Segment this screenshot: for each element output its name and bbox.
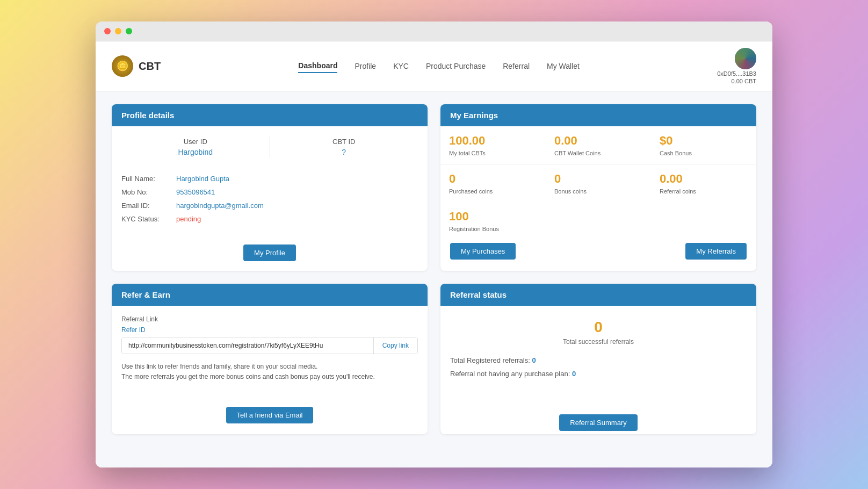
my-purchases-button[interactable]: My Purchases xyxy=(450,243,516,260)
no-plan-stat: Referral not having any purchase plan: 0 xyxy=(450,370,747,378)
referral-status-title: Referral status xyxy=(450,290,507,299)
refer-earn-body: Referral Link Refer ID Copy link Use thi… xyxy=(112,306,428,400)
referral-status-footer: Referral Summary xyxy=(440,414,756,434)
referral-status-header: Referral status xyxy=(440,284,756,306)
copy-link-button[interactable]: Copy link xyxy=(373,337,417,354)
total-referrals-value: 0 xyxy=(450,319,747,336)
refer-earn-header: Refer & Earn xyxy=(112,284,428,306)
refer-earn-footer: Tell a friend via Email xyxy=(112,400,428,433)
close-button[interactable] xyxy=(104,28,111,34)
earnings-wallet-coins-label: CBT Wallet Coins xyxy=(554,150,642,156)
earnings-referral-coins-value: 0.00 xyxy=(660,172,748,186)
my-earnings-header: My Earnings xyxy=(440,104,756,126)
earnings-referral-coins-label: Referral coins xyxy=(660,188,748,195)
earnings-total-cbts-label: My total CBTs xyxy=(449,150,537,156)
referral-status-body: 0 Total successful referrals Total Regis… xyxy=(440,306,756,393)
user-avatar[interactable] xyxy=(735,48,756,69)
earnings-total-cbts-value: 100.00 xyxy=(449,134,537,148)
main-nav: Dashboard Profile KYC Product Purchase R… xyxy=(298,59,580,73)
cbt-id-section: CBT ID ? xyxy=(270,138,418,156)
earnings-referral-coins: 0.00 Referral coins xyxy=(651,164,756,202)
my-referrals-button[interactable]: My Referrals xyxy=(685,243,747,260)
field-fullname-label: Full Name: xyxy=(121,175,170,183)
total-registered-label: Total Registered referrals: xyxy=(450,356,530,364)
profile-details-header: Profile details xyxy=(112,104,428,126)
field-email-label: Email ID: xyxy=(121,202,170,210)
referral-status-card: Referral status 0 Total successful refer… xyxy=(440,284,756,434)
nav-product-purchase[interactable]: Product Purchase xyxy=(426,60,486,73)
maximize-button[interactable] xyxy=(126,28,132,34)
user-address: 0xD0f5....31B3 xyxy=(717,70,756,77)
profile-details-title: Profile details xyxy=(121,111,174,120)
earnings-reg-label: Registration Bonus xyxy=(449,226,748,232)
header: 🪙 CBT Dashboard Profile KYC Product Purc… xyxy=(96,41,772,91)
bottom-row: Refer & Earn Referral Link Refer ID Copy… xyxy=(112,284,756,434)
refer-earn-card: Refer & Earn Referral Link Refer ID Copy… xyxy=(112,284,428,434)
nav-kyc[interactable]: KYC xyxy=(393,60,409,73)
user-area: 0xD0f5....31B3 0.00 CBT xyxy=(717,48,756,84)
refer-info-line1: Use this link to refer friends and famil… xyxy=(121,362,418,372)
earnings-bonus-coins-label: Bonus coins xyxy=(554,188,642,195)
field-mobile-label: Mob No: xyxy=(121,188,170,196)
logo-area: 🪙 CBT xyxy=(112,55,161,77)
user-id-value: Hargobind xyxy=(121,148,270,156)
field-fullname: Full Name: Hargobind Gupta xyxy=(121,175,418,183)
earnings-wallet-coins: 0.00 CBT Wallet Coins xyxy=(546,126,651,164)
main-content: Profile details User ID Hargobind CBT ID xyxy=(96,91,772,468)
earnings-wallet-coins-value: 0.00 xyxy=(554,134,642,148)
refer-earn-title: Refer & Earn xyxy=(121,290,170,299)
my-earnings-title: My Earnings xyxy=(450,111,498,120)
earnings-purchased-coins-label: Purchased coins xyxy=(449,188,537,195)
user-ids-section: User ID Hargobind CBT ID ? xyxy=(121,136,418,165)
my-earnings-body: 100.00 My total CBTs 0.00 CBT Wallet Coi… xyxy=(440,126,756,234)
logo-text: CBT xyxy=(139,60,161,73)
browser-content: 🪙 CBT Dashboard Profile KYC Product Purc… xyxy=(96,41,772,468)
browser-window: 🪙 CBT Dashboard Profile KYC Product Purc… xyxy=(96,21,772,468)
earnings-cash-bonus: $0 Cash Bonus xyxy=(651,126,756,164)
profile-card-footer: My Profile xyxy=(112,238,428,271)
field-kyc-value: pending xyxy=(176,215,201,223)
field-mobile-value: 9535096541 xyxy=(176,188,215,196)
nav-referral[interactable]: Referral xyxy=(503,60,530,73)
avatar-globe-icon xyxy=(735,48,756,69)
earnings-bonus-coins: 0 Bonus coins xyxy=(546,164,651,202)
referral-link-input[interactable] xyxy=(122,337,373,354)
referral-link-label: Referral Link xyxy=(121,315,418,323)
earnings-grid: 100.00 My total CBTs 0.00 CBT Wallet Coi… xyxy=(440,126,756,202)
total-referrals: 0 Total successful referrals xyxy=(450,319,747,346)
cbt-id-label: CBT ID xyxy=(270,138,418,146)
nav-profile[interactable]: Profile xyxy=(355,60,376,73)
referral-link-box: Copy link xyxy=(121,337,418,354)
field-email: Email ID: hargobindgupta@gmail.com xyxy=(121,202,418,210)
nav-my-wallet[interactable]: My Wallet xyxy=(547,60,580,73)
earnings-cash-bonus-label: Cash Bonus xyxy=(660,150,748,156)
my-profile-button[interactable]: My Profile xyxy=(243,244,296,261)
top-row: Profile details User ID Hargobind CBT ID xyxy=(112,104,756,271)
browser-chrome xyxy=(96,21,772,41)
field-email-value: hargobindgupta@gmail.com xyxy=(176,202,264,210)
minimize-button[interactable] xyxy=(115,28,121,34)
logo-icon: 🪙 xyxy=(112,55,133,77)
earnings-card-footer: My Purchases My Referrals xyxy=(440,234,756,269)
field-mobile: Mob No: 9535096541 xyxy=(121,188,418,196)
user-balance: 0.00 CBT xyxy=(732,78,756,84)
no-plan-label: Referral not having any purchase plan: xyxy=(450,370,570,378)
earnings-registration: 100 Registration Bonus xyxy=(440,202,756,234)
earnings-cash-bonus-value: $0 xyxy=(660,134,748,148)
total-referrals-label: Total successful referrals xyxy=(450,338,747,346)
earnings-reg-value: 100 xyxy=(449,210,748,224)
referral-summary-button[interactable]: Referral Summary xyxy=(559,414,637,431)
tell-friend-button[interactable]: Tell a friend via Email xyxy=(226,407,314,423)
field-fullname-value: Hargobind Gupta xyxy=(176,175,229,183)
refer-info-line2: The more referrals you get the more bonu… xyxy=(121,372,418,382)
field-kyc: KYC Status: pending xyxy=(121,215,418,223)
user-id-section: User ID Hargobind xyxy=(121,138,270,156)
my-earnings-card: My Earnings 100.00 My total CBTs 0.00 CB… xyxy=(440,104,756,271)
profile-details-body: User ID Hargobind CBT ID ? Full Name: xyxy=(112,126,428,238)
refer-id-label: Refer ID xyxy=(121,326,418,334)
profile-details-card: Profile details User ID Hargobind CBT ID xyxy=(112,104,428,271)
cbt-id-value: ? xyxy=(270,148,418,156)
nav-dashboard[interactable]: Dashboard xyxy=(298,59,337,73)
total-registered-stat: Total Registered referrals: 0 xyxy=(450,356,747,364)
total-registered-value: 0 xyxy=(532,356,536,364)
